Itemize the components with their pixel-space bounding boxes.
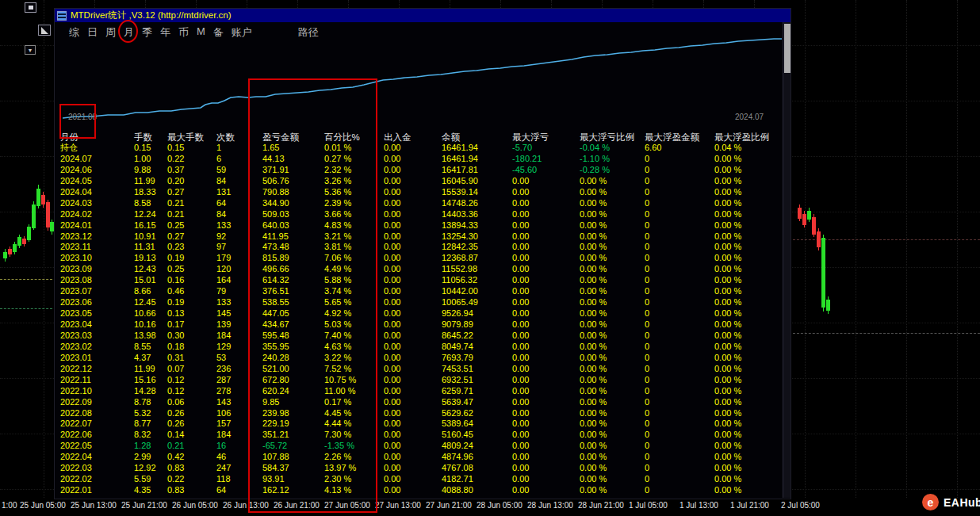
menu-item-1[interactable]: 综 [69, 25, 79, 40]
table-cell: 2023.01 [60, 353, 134, 364]
table-cell: 0.00 % [580, 264, 645, 275]
table-cell: 2023.09 [60, 264, 134, 275]
table-row-2022.05: 2022.051.280.2116-65.72-1.35 %0.004809.2… [60, 441, 786, 452]
collapse-arrow-icon[interactable]: ▼ [25, 45, 36, 55]
table-cell: 0.00 [384, 286, 442, 297]
panel-titlebar[interactable]: MTDriver统计 ,V3.12 (http://mtdriver.cn) [55, 9, 791, 22]
table-cell: 持仓 [60, 143, 134, 154]
table-cell: 0.00 [384, 176, 442, 187]
table-cell: 0.19 [167, 253, 216, 264]
panel-scrollbar[interactable] [783, 22, 791, 498]
table-cell: 8.78 [134, 397, 167, 408]
table-cell: 0.00 [384, 297, 442, 308]
time-label: 28 Jun 13:00 [527, 501, 573, 510]
table-cell: 2022.07 [60, 419, 134, 430]
table-cell: 0 [645, 485, 714, 496]
time-label: 27 Jun 13:00 [375, 501, 421, 510]
table-cell: 0.00 [384, 485, 442, 496]
table-cell: 0.00 [512, 463, 580, 474]
table-cell: 5.59 [134, 474, 167, 485]
table-cell: 0.00 % [580, 430, 645, 441]
table-cell: 1.00 [134, 154, 167, 165]
table-cell: 0.00 [384, 154, 442, 165]
menu-item-10[interactable]: 账户 [232, 25, 252, 40]
menu-item-8[interactable]: M [197, 25, 205, 40]
table-cell: 15539.14 [442, 187, 512, 198]
time-label: 1 Jul 13:00 [679, 501, 718, 510]
table-cell: 0.00 [384, 198, 442, 209]
table-cell: 0.00 % [714, 386, 780, 397]
table-cell: 0.27 [167, 231, 216, 243]
menu-item-5[interactable]: 季 [142, 25, 152, 40]
table-cell: 14.28 [134, 386, 167, 397]
table-cell: 0.83 [167, 485, 216, 496]
table-cell: 2024.01 [60, 220, 134, 231]
table-cell: 2023.08 [60, 275, 134, 286]
scrollbar-thumb[interactable] [784, 24, 791, 73]
table-cell: 0.25 [167, 220, 216, 231]
table-cell: 2024.03 [60, 198, 134, 209]
time-label: 1 Jul 21:00 [730, 501, 769, 510]
candlestick [32, 204, 36, 228]
menu-item-7[interactable]: 币 [178, 25, 189, 40]
table-cell: 0.00 % [580, 275, 645, 286]
table-row-2023.04: 2023.0410.160.17139434.675.03 %0.009079.… [60, 319, 786, 331]
table-cell: 0.00 % [580, 452, 645, 463]
table-row-2022.06: 2022.068.320.14184351.217.30 %0.005160.4… [60, 430, 786, 441]
candlestick [3, 252, 7, 258]
eahub-icon: e [922, 494, 939, 510]
table-cell: 0.07 [167, 364, 216, 375]
table-cell: 0 [645, 319, 714, 331]
table-cell: 0.00 % [714, 297, 780, 308]
table-cell: 0.00 % [580, 253, 645, 264]
table-cell: 0.00 % [580, 308, 645, 319]
table-cell: 0.00 % [580, 485, 645, 496]
table-cell: 0.21 [167, 209, 216, 220]
menu-item-9[interactable]: 备 [213, 25, 224, 40]
menu-item-path[interactable]: 路径 [298, 25, 319, 40]
chart-window-icon[interactable] [25, 2, 36, 13]
table-cell: 4874.96 [442, 452, 512, 463]
table-row-2024.02: 2024.0212.240.2184509.033.66 %0.0014403.… [60, 209, 786, 220]
menu-item-2[interactable]: 日 [87, 25, 98, 40]
table-cell: 2022.11 [60, 375, 134, 386]
table-cell: 0.00 [512, 319, 580, 331]
table-cell: 8049.74 [442, 342, 512, 353]
table-cell: 0.00 % [714, 474, 780, 485]
candlestick [36, 189, 40, 206]
table-cell: 2022.08 [60, 408, 134, 419]
table-cell: 0.00 % [714, 187, 780, 198]
table-cell: 0.00 % [714, 485, 780, 496]
table-cell: 0.00 % [580, 419, 645, 430]
chart-tool-icon[interactable] [38, 25, 51, 36]
table-row-2024.06: 2024.069.880.3759371.912.32 %0.0016417.8… [60, 165, 786, 176]
table-cell: 4.37 [134, 353, 167, 364]
table-cell: 0.00 % [714, 286, 780, 297]
table-row-2022.11: 2022.1115.160.12287672.8010.75 %0.006932… [60, 375, 786, 386]
table-header-row: 月份手数最大手数次数盈亏金额百分比%出入金余额最大浮亏最大浮亏比例最大浮盈金额最… [60, 132, 786, 143]
table-cell: 0.13 [167, 308, 216, 319]
table-cell: -0.04 % [580, 143, 645, 154]
table-cell: 0.00 [512, 452, 580, 463]
table-cell: 0.17 [167, 319, 216, 331]
table-cell: 0.12 [167, 375, 216, 386]
table-cell: 10442.00 [442, 286, 512, 297]
time-axis: 1:0025 Jun 05:0025 Jun 13:0025 Jun 21:00… [0, 499, 980, 513]
table-row-2023.07: 2023.078.660.4679376.513.74 %0.0010442.0… [60, 286, 786, 297]
table-cell: 16461.94 [442, 154, 512, 165]
table-cell: 0.00 [512, 275, 580, 286]
table-cell: 0.00 % [714, 375, 780, 386]
menu-item-6[interactable]: 年 [160, 25, 170, 40]
table-cell: 16417.81 [442, 165, 512, 176]
table-row-2023.12: 2023.1210.910.2792411.953.21 %0.0013254.… [60, 231, 786, 243]
menu-item-3[interactable]: 周 [105, 25, 116, 40]
table-cell: 0.00 [384, 463, 442, 474]
table-row-2024.03: 2024.038.580.2164344.902.39 %0.0014748.2… [60, 198, 786, 209]
table-cell: 0 [645, 253, 714, 264]
table-cell: 0.00 [384, 165, 442, 176]
table-cell: 0.00 % [580, 242, 645, 253]
table-row-持仓: 持仓0.150.1511.650.01 %0.0016461.94-5.70-0… [60, 143, 786, 154]
table-cell: 9079.89 [442, 319, 512, 331]
table-cell: 2023.03 [60, 331, 134, 342]
table-cell: 0.00 [384, 242, 442, 253]
